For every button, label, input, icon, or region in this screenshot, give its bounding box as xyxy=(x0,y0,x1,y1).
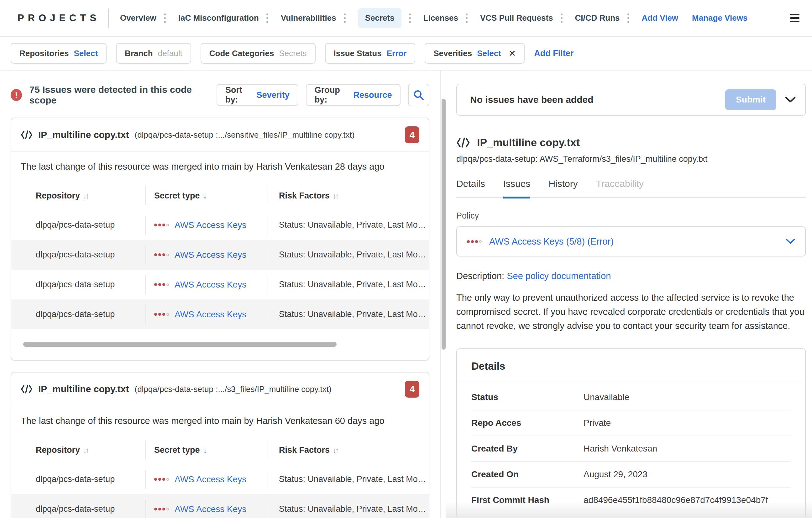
tab-issues[interactable]: Issues xyxy=(503,179,530,198)
hamburger-menu-icon[interactable] xyxy=(790,14,800,22)
filter-severities[interactable]: Severities Select xyxy=(425,43,525,64)
code-file-icon xyxy=(456,138,470,148)
sort-icon[interactable] xyxy=(83,191,88,201)
issues-summary-row: ! 75 Issues were detected in this code s… xyxy=(11,84,429,106)
policy-value: AWS Access Keys (5/8) (Error) xyxy=(489,237,614,247)
risk-factors-text: Status: Unavailable, Private, Last Modif… xyxy=(279,220,429,230)
detail-tabs: Details Issues History Traceability xyxy=(456,179,806,198)
scroll-fade-overlay xyxy=(446,501,812,518)
secret-dots-icon xyxy=(154,313,169,316)
resource-card-header[interactable]: IP_multiline copy.txt (dlpqa/pcs-data-se… xyxy=(11,118,429,152)
nav-tab-iac-misconfiguration[interactable]: IaC Misconfiguration xyxy=(178,12,269,24)
policy-documentation-link[interactable]: See policy documentation xyxy=(507,271,611,281)
secret-type-link[interactable]: AWS Access Keys xyxy=(175,220,246,230)
kebab-menu-icon[interactable] xyxy=(343,12,347,24)
detail-row-repo-access: Repo Acces Private xyxy=(471,410,791,436)
secret-type-link[interactable]: AWS Access Keys xyxy=(175,309,246,320)
submit-button[interactable]: Submit xyxy=(725,89,776,110)
search-button[interactable] xyxy=(408,84,429,106)
merge-note: The last change of this resource was mer… xyxy=(11,152,429,174)
issues-table-header: Repository Secret type Risk Factors xyxy=(11,436,429,464)
filter-issue-status[interactable]: Issue Status Error xyxy=(325,43,415,64)
kebab-menu-icon[interactable] xyxy=(408,12,412,24)
sort-icon[interactable] xyxy=(333,191,338,201)
column-risk-factors[interactable]: Risk Factors xyxy=(279,445,338,455)
issue-row[interactable]: dlpqa/pcs-data-setup AWS Access Keys Sta… xyxy=(11,210,429,240)
brand-divider xyxy=(108,8,109,28)
filter-branch[interactable]: Branch default xyxy=(116,43,191,64)
resource-card: IP_multiline copy.txt (dlpqa/pcs-data-se… xyxy=(11,372,429,518)
resource-path: (dlpqa/pcs-data-setup :.../s3_files/IP_m… xyxy=(135,384,331,394)
add-view-link[interactable]: Add View xyxy=(642,13,678,23)
code-file-icon xyxy=(21,131,33,139)
secret-type-link[interactable]: AWS Access Keys xyxy=(175,504,246,514)
detail-row-created-on: Created On August 29, 2023 xyxy=(471,462,791,488)
manage-views-link[interactable]: Manage Views xyxy=(692,13,748,23)
risk-factors-text: Status: Unavailable, Private, Last Modif… xyxy=(279,309,429,319)
search-icon xyxy=(413,89,424,101)
group-by-selector[interactable]: Group by: Resource xyxy=(306,84,401,106)
sort-desc-icon[interactable] xyxy=(203,445,207,455)
filter-code-categories[interactable]: Code Categories Secrets xyxy=(201,43,316,64)
kebab-menu-icon[interactable] xyxy=(464,12,469,24)
tab-history[interactable]: History xyxy=(548,179,578,197)
policy-dropdown[interactable]: AWS Access Keys (5/8) (Error) xyxy=(456,226,806,256)
kebab-menu-icon[interactable] xyxy=(265,12,269,24)
secret-dots-icon xyxy=(154,253,169,256)
issue-row[interactable]: dlpqa/pcs-data-setup AWS Access Keys Sta… xyxy=(11,494,429,518)
description-text: The only way to prevent unauthorized acc… xyxy=(456,291,806,333)
filter-repositories[interactable]: Repositories Select xyxy=(11,43,107,64)
clear-filter-icon[interactable] xyxy=(509,48,516,59)
resource-card-header[interactable]: IP_multiline copy.txt (dlpqa/pcs-data-se… xyxy=(11,373,429,406)
kebab-menu-icon[interactable] xyxy=(559,12,564,24)
sort-icon[interactable] xyxy=(333,445,338,455)
column-repository[interactable]: Repository xyxy=(36,445,88,455)
issues-summary-text: 75 Issues were detected in this code sco… xyxy=(29,84,209,106)
issue-row[interactable]: dlpqa/pcs-data-setup AWS Access Keys Sta… xyxy=(11,464,429,494)
collapse-bar-button[interactable] xyxy=(785,97,796,103)
vertical-scrollbar-track[interactable] xyxy=(440,71,446,518)
nav-tab-overview[interactable]: Overview xyxy=(120,12,167,24)
kebab-menu-icon[interactable] xyxy=(163,12,167,24)
brand-logo: PROJECTS xyxy=(18,12,100,24)
column-repository[interactable]: Repository xyxy=(36,191,88,201)
column-secret-type[interactable]: Secret type xyxy=(154,445,207,455)
issue-row[interactable]: dlpqa/pcs-data-setup AWS Access Keys Sta… xyxy=(11,299,429,329)
vertical-scrollbar-thumb[interactable] xyxy=(441,99,446,350)
horizontal-scrollbar[interactable] xyxy=(23,342,337,347)
tab-details[interactable]: Details xyxy=(456,179,485,197)
nav-tab-secrets[interactable]: Secrets xyxy=(358,8,412,28)
sort-desc-icon[interactable] xyxy=(203,191,207,201)
selected-resource-path: dlpqa/pcs-data-setup: AWS_Terraform/s3_f… xyxy=(456,154,806,164)
nav-tab-licenses[interactable]: Licenses xyxy=(424,12,469,24)
resource-path: (dlpqa/pcs-data-setup :.../sensitive_fil… xyxy=(135,130,355,140)
column-secret-type[interactable]: Secret type xyxy=(154,191,207,201)
sort-icon[interactable] xyxy=(83,445,88,455)
issues-table: Repository Secret type Risk Factors dlpq… xyxy=(11,436,429,518)
main-content: ! 75 Issues were detected in this code s… xyxy=(0,71,812,518)
add-filter-link[interactable]: Add Filter xyxy=(534,49,574,58)
added-issues-message: No issues have been added xyxy=(470,94,593,105)
issues-table: Repository Secret type Risk Factors dlpq… xyxy=(11,181,429,329)
sort-by-selector[interactable]: Sort by: Severity xyxy=(216,84,298,106)
detail-row-status: Status Unavailable xyxy=(471,385,791,410)
issues-table-header: Repository Secret type Risk Factors xyxy=(11,181,429,210)
top-navigation: PROJECTS Overview IaC Misconfiguration V… xyxy=(0,0,812,37)
chevron-down-icon xyxy=(785,97,796,103)
issue-count-badge: 4 xyxy=(405,381,419,398)
secret-type-link[interactable]: AWS Access Keys xyxy=(175,474,246,485)
issue-row[interactable]: dlpqa/pcs-data-setup AWS Access Keys Sta… xyxy=(11,270,429,299)
resource-title: IP_multiline copy.txt xyxy=(38,384,129,394)
secret-type-link[interactable]: AWS Access Keys xyxy=(175,280,246,290)
secret-dots-icon xyxy=(154,224,169,226)
issue-row[interactable]: dlpqa/pcs-data-setup AWS Access Keys Sta… xyxy=(11,240,429,270)
code-file-icon xyxy=(21,385,33,393)
details-card-title: Details xyxy=(457,349,805,382)
column-risk-factors[interactable]: Risk Factors xyxy=(279,191,338,201)
nav-tab-vulnerabilities[interactable]: Vulnerabilities xyxy=(281,12,347,24)
nav-tab-cicd-runs[interactable]: CI/CD Runs xyxy=(575,12,631,24)
kebab-menu-icon[interactable] xyxy=(626,12,631,24)
secret-type-link[interactable]: AWS Access Keys xyxy=(175,250,246,260)
nav-tab-vcs-pull-requests[interactable]: VCS Pull Requests xyxy=(480,12,564,24)
secret-dots-icon xyxy=(154,478,169,481)
